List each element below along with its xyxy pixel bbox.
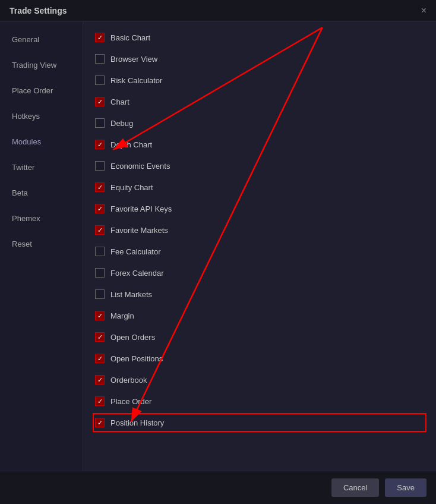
module-label-place-order: Place Order — [110, 397, 151, 406]
module-label-favorite-api-keys: Favorite API Keys — [110, 204, 172, 213]
module-label-forex-calendar: Forex Calendar — [110, 269, 164, 278]
module-label-favorite-markets: Favorite Markets — [110, 226, 168, 235]
save-button[interactable]: Save — [385, 478, 426, 497]
trade-settings-dialog: Trade Settings × GeneralTrading ViewPlac… — [0, 0, 436, 504]
module-item-risk-calculator: Risk Calculator — [95, 70, 424, 91]
module-item-browser-view: Browser View — [95, 48, 424, 70]
modules-list: Basic ChartBrowser ViewRisk CalculatorCh… — [83, 22, 436, 471]
sidebar-item-trading-view[interactable]: Trading View — [0, 52, 83, 78]
module-checkbox-orderbook[interactable] — [95, 375, 105, 385]
module-checkbox-list-markets[interactable] — [95, 289, 105, 299]
module-item-open-orders: Open Orders — [95, 326, 424, 348]
sidebar-item-reset[interactable]: Reset — [0, 231, 83, 257]
module-checkbox-basic-chart[interactable] — [95, 33, 105, 42]
content-area: GeneralTrading ViewPlace OrderHotkeysMod… — [0, 22, 436, 471]
module-label-basic-chart: Basic Chart — [110, 33, 150, 42]
module-item-depth-chart: Depth Chart — [95, 134, 424, 155]
module-item-equity-chart: Equity Chart — [95, 177, 424, 198]
sidebar-item-hotkeys[interactable]: Hotkeys — [0, 103, 83, 129]
module-label-risk-calculator: Risk Calculator — [110, 76, 162, 85]
module-checkbox-debug[interactable] — [95, 118, 105, 128]
module-checkbox-fee-calculator[interactable] — [95, 247, 105, 256]
module-checkbox-forex-calendar[interactable] — [95, 268, 105, 278]
module-checkbox-browser-view[interactable] — [95, 54, 105, 64]
module-checkbox-position-history[interactable] — [95, 418, 105, 427]
module-label-margin: Margin — [110, 311, 134, 320]
module-label-browser-view: Browser View — [110, 55, 157, 64]
main-panel: Basic ChartBrowser ViewRisk CalculatorCh… — [83, 22, 436, 471]
module-checkbox-open-positions[interactable] — [95, 354, 105, 363]
module-label-position-history: Position History — [110, 418, 164, 427]
sidebar-item-modules[interactable]: Modules — [0, 129, 83, 155]
module-item-list-markets: List Markets — [95, 284, 424, 305]
sidebar-item-general[interactable]: General — [0, 27, 83, 52]
module-label-fee-calculator: Fee Calculator — [110, 247, 161, 256]
close-button[interactable]: × — [421, 6, 426, 15]
footer: Cancel Save — [0, 471, 436, 504]
module-checkbox-margin[interactable] — [95, 311, 105, 320]
module-checkbox-place-order[interactable] — [95, 396, 105, 406]
cancel-button[interactable]: Cancel — [331, 478, 379, 497]
module-item-orderbook: Orderbook — [95, 369, 424, 390]
module-checkbox-equity-chart[interactable] — [95, 182, 105, 192]
module-checkbox-economic-events[interactable] — [95, 161, 105, 171]
module-item-fee-calculator: Fee Calculator — [95, 241, 424, 262]
module-label-open-orders: Open Orders — [110, 333, 155, 342]
module-checkbox-favorite-api-keys[interactable] — [95, 204, 105, 213]
module-checkbox-open-orders[interactable] — [95, 332, 105, 342]
sidebar-item-twitter[interactable]: Twitter — [0, 155, 83, 180]
module-item-economic-events: Economic Events — [95, 155, 424, 177]
dialog-title: Trade Settings — [10, 6, 67, 15]
module-label-orderbook: Orderbook — [110, 376, 147, 385]
module-checkbox-risk-calculator[interactable] — [95, 75, 105, 85]
module-item-favorite-api-keys: Favorite API Keys — [95, 198, 424, 219]
module-checkbox-favorite-markets[interactable] — [95, 225, 105, 235]
module-label-chart: Chart — [110, 97, 129, 106]
sidebar: GeneralTrading ViewPlace OrderHotkeysMod… — [0, 22, 83, 471]
module-label-debug: Debug — [110, 119, 133, 128]
module-item-open-positions: Open Positions — [95, 348, 424, 369]
sidebar-item-phemex[interactable]: Phemex — [0, 206, 83, 231]
module-item-place-order: Place Order — [95, 390, 424, 412]
module-label-equity-chart: Equity Chart — [110, 183, 153, 192]
module-item-favorite-markets: Favorite Markets — [95, 219, 424, 241]
module-checkbox-depth-chart[interactable] — [95, 140, 105, 149]
sidebar-item-beta[interactable]: Beta — [0, 180, 83, 206]
module-checkbox-chart[interactable] — [95, 97, 105, 106]
module-label-open-positions: Open Positions — [110, 354, 163, 363]
module-item-margin: Margin — [95, 305, 424, 326]
module-item-forex-calendar: Forex Calendar — [95, 262, 424, 284]
module-item-position-history: Position History — [95, 412, 424, 433]
module-item-chart: Chart — [95, 91, 424, 112]
module-label-depth-chart: Depth Chart — [110, 140, 152, 149]
title-bar: Trade Settings × — [0, 0, 436, 22]
sidebar-item-place-order[interactable]: Place Order — [0, 78, 83, 103]
module-item-debug: Debug — [95, 112, 424, 134]
module-label-list-markets: List Markets — [110, 290, 152, 299]
module-label-economic-events: Economic Events — [110, 162, 170, 171]
module-item-basic-chart: Basic Chart — [95, 27, 424, 48]
